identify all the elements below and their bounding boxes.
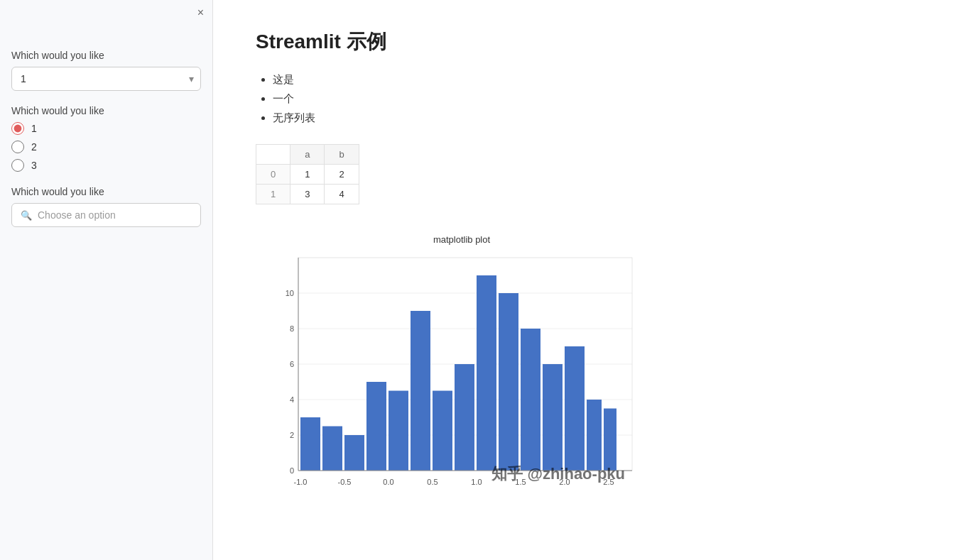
svg-text:0.5: 0.5: [427, 478, 438, 486]
bar-7: [455, 364, 474, 471]
radio-item-2[interactable]: 2: [11, 141, 201, 153]
table-header-row: a b: [256, 145, 359, 165]
table-cell-a-0: 1: [290, 165, 325, 185]
svg-text:1.5: 1.5: [515, 478, 526, 486]
svg-text:8: 8: [290, 324, 294, 333]
bar-13: [587, 400, 602, 471]
svg-text:2: 2: [290, 431, 294, 439]
multiselect-placeholder: Choose an option: [38, 209, 116, 221]
svg-text:4: 4: [290, 395, 294, 404]
table-col-b: b: [325, 145, 359, 165]
table-cell-index-0: 0: [256, 165, 290, 185]
multiselect-label: Which would you like: [11, 186, 201, 197]
data-table: a b 0 1 2 1 3 4: [256, 144, 359, 204]
radio-option-1-label: 1: [31, 123, 37, 134]
bar-6: [433, 391, 452, 471]
select-label: Which would you like: [11, 50, 201, 61]
table-cell-a-1: 3: [290, 185, 325, 204]
radio-group: 1 2 3: [11, 122, 201, 172]
table-row: 1 3 4: [256, 185, 359, 204]
bullet-item-3: 无序列表: [273, 108, 935, 127]
radio-option-3-label: 3: [31, 160, 37, 171]
bullet-item-2: 一个: [273, 89, 935, 108]
page-title: Streamlit 示例: [256, 28, 935, 55]
bar-3: [366, 382, 386, 471]
svg-text:0: 0: [290, 466, 294, 475]
radio-item-1[interactable]: 1: [11, 122, 201, 135]
svg-text:-1.0: -1.0: [294, 478, 308, 486]
table-col-a: a: [290, 145, 325, 165]
chart-svg: 0 2 4 6 8 10: [263, 251, 646, 506]
chart-title: matplotlib plot: [263, 234, 661, 245]
sidebar: × Which would you like 1 2 3 ▾ Which wou…: [0, 0, 213, 560]
select-wrapper: 1 2 3 ▾: [11, 67, 201, 91]
table-cell-b-0: 2: [325, 165, 359, 185]
svg-text:-0.5: -0.5: [338, 478, 352, 486]
bar-2: [344, 435, 364, 471]
svg-text:1.0: 1.0: [471, 478, 482, 486]
radio-input-2[interactable]: [11, 141, 24, 153]
bar-9: [499, 293, 518, 471]
svg-text:10: 10: [286, 289, 294, 297]
close-button[interactable]: ×: [197, 7, 204, 18]
table-cell-index-1: 1: [256, 185, 290, 204]
svg-text:2.0: 2.0: [559, 478, 570, 486]
bar-0: [300, 417, 320, 471]
table-cell-b-1: 4: [325, 185, 359, 204]
table-col-index: [256, 145, 290, 165]
bar-1: [322, 427, 342, 471]
table-row: 0 1 2: [256, 165, 359, 185]
bar-11: [543, 364, 563, 471]
svg-text:0.0: 0.0: [383, 478, 393, 486]
radio-input-3[interactable]: [11, 159, 24, 172]
bar-14: [604, 409, 616, 471]
radio-input-1[interactable]: [11, 122, 24, 135]
bar-4: [389, 391, 408, 471]
select-input[interactable]: 1 2 3: [11, 67, 201, 91]
main-content: Streamlit 示例 这是 一个 无序列表 a b 0 1 2 1 3 4: [213, 0, 978, 560]
search-icon: 🔍: [21, 210, 32, 221]
radio-item-3[interactable]: 3: [11, 159, 201, 172]
bullet-list: 这是 一个 无序列表: [256, 70, 935, 127]
radio-option-2-label: 2: [31, 141, 37, 153]
bar-12: [565, 346, 585, 471]
svg-text:2.5: 2.5: [603, 478, 614, 486]
multiselect-input[interactable]: 🔍 Choose an option: [11, 203, 201, 227]
chart-area: 0 2 4 6 8 10: [263, 251, 646, 506]
bullet-item-1: 这是: [273, 70, 935, 89]
bar-8: [477, 275, 496, 471]
bar-5: [411, 311, 430, 471]
chart-container: matplotlib plot 0 2 4 6 8 10: [256, 227, 668, 513]
radio-label: Which would you like: [11, 105, 201, 116]
svg-text:6: 6: [290, 360, 294, 368]
bar-10: [521, 329, 540, 471]
